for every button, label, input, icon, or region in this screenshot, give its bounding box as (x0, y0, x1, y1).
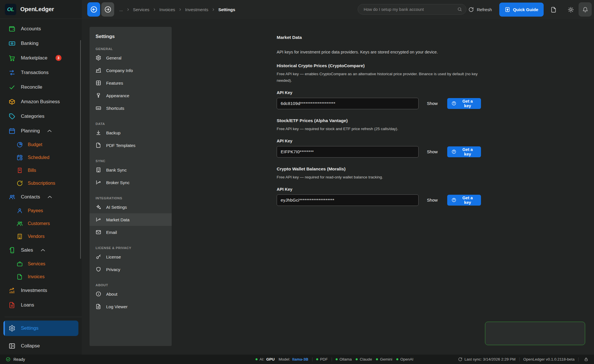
sidebar-item-collapse[interactable]: Collapse (0, 339, 82, 353)
settings-item-pdf-templates[interactable]: PDF Templates (90, 139, 172, 152)
settings-item-label: Privacy (106, 267, 120, 272)
settings-item-label: Shortcuts (106, 106, 124, 111)
cart-icon (9, 55, 15, 61)
forward-button[interactable] (101, 2, 114, 17)
sidebar-item-amazon-business[interactable]: Amazon Business (0, 94, 82, 109)
settings-item-label: Broker Sync (106, 180, 130, 185)
document-button[interactable] (549, 6, 559, 13)
sidebar-item-transactions[interactable]: Transactions (0, 65, 82, 80)
sidebar-item-banking[interactable]: Banking (0, 36, 82, 51)
sidebar-item-customers[interactable]: Customers (0, 217, 82, 230)
sidebar-item-bills[interactable]: Bills (0, 164, 82, 177)
get-key-button[interactable]: Get a key (447, 146, 481, 157)
get-key-button[interactable]: Get a key (447, 98, 481, 109)
sync-icon (458, 357, 462, 361)
cryptocompare-api-key-input[interactable] (277, 98, 419, 109)
sidebar-item-label: Services (28, 261, 45, 266)
get-key-button[interactable]: Get a key (447, 195, 481, 206)
settings-item-market-data[interactable]: Market Data (90, 213, 172, 226)
quick-guide-button[interactable]: Quick Guide (499, 3, 544, 17)
settings-item-label: Appearance (106, 93, 129, 98)
settings-item-label: Company Info (106, 68, 133, 73)
sidebar-item-label: Budget (28, 142, 42, 147)
settings-item-email[interactable]: Email (90, 226, 172, 238)
gear-icon (96, 55, 101, 61)
app-logo-text: OL (7, 6, 14, 13)
settings-item-broker-sync[interactable]: Broker Sync (90, 176, 172, 189)
app-logo: OL (5, 4, 16, 15)
api-key-label: API Key (277, 139, 481, 143)
search-input[interactable] (363, 7, 457, 12)
sidebar-item-invoices[interactable]: Invoices (0, 270, 82, 283)
sidebar-item-settings[interactable]: Settings (3, 321, 78, 336)
notifications-button[interactable] (579, 2, 592, 17)
sidebar-item-sales[interactable]: Sales (0, 243, 82, 257)
search-icon[interactable] (457, 7, 462, 12)
moralis-api-key-input[interactable] (277, 194, 419, 206)
sidebar-item-accounts[interactable]: Accounts (0, 21, 82, 36)
lock-button[interactable] (582, 357, 590, 362)
sidebar-item-reconcile[interactable]: Reconcile (0, 80, 82, 94)
sidebar-item-categories[interactable]: Categories (0, 109, 82, 124)
sidebar-item-services[interactable]: Services (0, 257, 82, 270)
info-icon (96, 291, 101, 297)
settings-item-log-viewer[interactable]: Log Viewer (90, 300, 172, 313)
breadcrumb-ellipsis[interactable]: ... (119, 7, 123, 12)
status-ai: AI: GPU (256, 357, 275, 361)
settings-item-ai-settings[interactable]: AI Settings (90, 201, 172, 213)
theme-toggle-button[interactable] (566, 6, 576, 13)
paintbrush-icon (96, 93, 101, 98)
help-circle-icon (452, 198, 456, 202)
settings-item-license[interactable]: License (90, 250, 172, 263)
sidebar-item-contacts[interactable]: Contacts (0, 190, 82, 204)
settings-item-appearance[interactable]: Appearance (90, 89, 172, 102)
settings-item-general[interactable]: General (90, 51, 172, 64)
refresh-button[interactable]: Refresh (467, 0, 494, 19)
status-dot-green (256, 358, 258, 360)
settings-item-backup[interactable]: Backup (90, 126, 172, 139)
sidebar-item-budget[interactable]: Budget (0, 138, 82, 151)
show-key-button[interactable]: Show (425, 149, 439, 154)
settings-item-features[interactable]: Features (90, 77, 172, 89)
breadcrumb-item-invoices[interactable]: Invoices (159, 7, 175, 12)
sidebar-item-investments[interactable]: Investments (0, 283, 82, 298)
file-text-icon (9, 302, 15, 309)
settings-item-label: Features (106, 81, 123, 85)
sidebar-item-marketplace[interactable]: Marketplace 3 (0, 51, 82, 65)
ai-value: GPU (266, 357, 275, 361)
settings-item-privacy[interactable]: Privacy (90, 263, 172, 276)
sidebar: OL OpenLedger Accounts Banking Marketpla… (0, 0, 82, 355)
get-key-label: Get a key (458, 147, 477, 156)
package-icon (9, 98, 15, 105)
show-key-button[interactable]: Show (425, 197, 439, 203)
sidebar-item-scheduled[interactable]: Scheduled (0, 151, 82, 164)
breadcrumb-item-services[interactable]: Services (133, 7, 150, 12)
settings-item-shortcuts[interactable]: Shortcuts (90, 102, 172, 114)
sidebar-item-loans[interactable]: Loans (0, 298, 82, 312)
status-right: Last sync: 3/14/2026 2:29 PM OpenLedger … (458, 355, 590, 364)
sidebar-item-subscriptions[interactable]: Subscriptions (0, 177, 82, 190)
file-icon (551, 7, 557, 13)
sidebar-item-label: Invoices (28, 274, 45, 279)
sidebar-item-label: Payees (28, 208, 43, 213)
alpha-vantage-api-key-input[interactable] (277, 146, 419, 158)
settings-item-label: License (106, 254, 121, 259)
settings-item-bank-sync[interactable]: Bank Sync (90, 164, 172, 176)
section-label-general: GENERAL (96, 47, 172, 51)
breadcrumb-item-investments[interactable]: Investments (185, 7, 208, 12)
settings-item-about[interactable]: About (90, 288, 172, 300)
status-last-sync: Last sync: 3/14/2026 2:29 PM (458, 357, 516, 361)
sidebar-item-label: Settings (21, 325, 38, 331)
settings-item-company-info[interactable]: Company Info (90, 64, 172, 77)
pie-chart-icon (17, 142, 23, 148)
show-key-button[interactable]: Show (425, 101, 439, 106)
sidebar-item-payees[interactable]: Payees (0, 204, 82, 217)
sidebar-scrollbar[interactable] (80, 40, 81, 259)
settings-item-label: About (106, 292, 117, 297)
sidebar-item-vendors[interactable]: Vendors (0, 230, 82, 243)
grid-icon (96, 80, 101, 86)
model-value[interactable]: llama-3B (292, 357, 308, 361)
back-button[interactable] (87, 2, 100, 17)
sidebar-item-planning[interactable]: Planning (0, 124, 82, 138)
status-bar: Ready AI: GPU Model: llama-3B PDF Ollama… (0, 355, 594, 364)
